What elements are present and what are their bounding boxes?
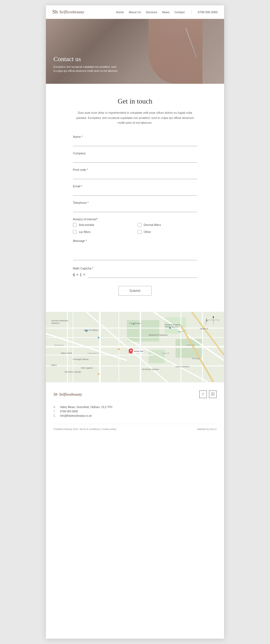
footer-email-row: E. info@flawlessbeauty.co.uk [53, 414, 217, 417]
svg-text:Featherstall Rd: Featherstall Rd [88, 352, 99, 354]
contact-form: Name * Company Post code * Email * Telep… [73, 135, 197, 296]
hero-overlay [46, 19, 224, 84]
svg-text:Primary School: Primary School [165, 326, 178, 328]
checkbox-other[interactable] [138, 230, 141, 234]
svg-text:The King: The King [192, 358, 199, 360]
svg-text:Old Mother Hubbard: Old Mother Hubbard [142, 368, 159, 370]
map-svg: Arkhwright St Featherstall Rd Charles St… [46, 312, 224, 382]
submit-row: Submit [73, 286, 197, 296]
footer-logo-name: Selflessbeauty [59, 392, 82, 397]
instagram-icon[interactable]: ⓒ [209, 391, 217, 398]
footer-copyright: ©Selfless Beauty 2024. Terms & condition… [53, 428, 116, 431]
email-footer-label: E. [53, 414, 57, 417]
nav-contact[interactable]: Contact [174, 11, 185, 14]
checkbox-item-lip-fillers: Lip fillers [73, 230, 132, 234]
svg-point-56 [98, 373, 99, 375]
checkbox-item-other: Other [138, 230, 197, 234]
captcha-group: Math Captcha * 6 + 1 = [73, 267, 197, 278]
map-section: Arkhwright St Featherstall Rd Charles St… [46, 312, 224, 382]
name-label: Name * [73, 135, 197, 138]
svg-text:ProInsight Oldham: ProInsight Oldham [73, 358, 89, 361]
logo-icon: Sb [52, 9, 58, 15]
company-input[interactable] [73, 156, 197, 163]
nav-services[interactable]: Services [146, 11, 157, 14]
svg-text:Venda Vuel: Venda Vuel [134, 350, 143, 352]
hero-content: Contact us Excepteur sint occaecat cupid… [53, 55, 217, 73]
email-input[interactable] [73, 189, 197, 196]
svg-text:Arkhwright St: Arkhwright St [54, 344, 64, 346]
telephone-label: Telephone * [73, 201, 197, 204]
svg-point-48 [130, 350, 132, 351]
svg-text:EMPS: EMPS [51, 364, 57, 366]
svg-text:Sally's Sweet: Sally's Sweet [61, 352, 72, 354]
footer-logo: Sb Selflessbeauty [53, 392, 82, 397]
facebook-icon[interactable]: f [199, 391, 207, 398]
svg-text:E: E [218, 319, 219, 321]
footer: Sb Selflessbeauty f ⓒ A. Valley Mews, Gr… [46, 382, 224, 436]
footer-address-row: A. Valley Mews, Greenfield, Oldham. OL3 … [53, 406, 217, 409]
checkbox-label-dermal-fillers: Dermal fillers [144, 223, 161, 226]
nav-news[interactable]: News [162, 11, 170, 14]
postcode-group: Post code * [73, 168, 197, 179]
hero-title: Contact us [53, 55, 217, 63]
captcha-row: 6 + 1 = [73, 272, 197, 278]
checkbox-group: Anti-wrinkle Dermal fillers Lip fillers … [73, 223, 197, 234]
postcode-input[interactable] [73, 173, 197, 179]
captcha-equation: 6 + 1 = [73, 272, 85, 277]
footer-logo-icon: Sb [53, 392, 58, 397]
phone-value: 0798 000 0000 [60, 410, 78, 413]
telephone-group: Telephone * [73, 201, 197, 212]
section-subtitle: Duis aute irure dolor in reprehenderit i… [73, 110, 197, 125]
svg-text:German Framework: German Framework [51, 320, 68, 322]
footer-bottom: ©Selfless Beauty 2024. Terms & condition… [53, 424, 217, 431]
hero-section: Contact us Excepteur sint occaecat cupid… [46, 19, 224, 84]
address-label: A. [53, 406, 57, 409]
svg-text:Leisure Gardens: Leisure Gardens [176, 366, 190, 368]
checkbox-item-anti-wrinkle: Anti-wrinkle [73, 223, 132, 227]
nav-links: Home About Us Services News Contact 0798… [116, 10, 218, 14]
phone-label: T. [53, 410, 57, 413]
map-canvas: Arkhwright St Featherstall Rd Charles St… [46, 312, 224, 382]
svg-text:Charles St: Charles St [162, 352, 170, 354]
telephone-input[interactable] [73, 206, 197, 212]
hero-subtitle: Excepteur sint occaecat cupidatat non pr… [53, 65, 118, 73]
footer-social: f ⓒ [199, 391, 217, 398]
email-group: Email * [73, 185, 197, 196]
name-group: Name * [73, 135, 197, 146]
navigation: Sb Selflessbeauty Home About Us Services… [46, 5, 224, 19]
section-title: Get in touch [73, 97, 197, 105]
checkbox-dermal-fillers[interactable] [138, 223, 141, 227]
svg-text:Oldham Rd: Oldham Rd [186, 344, 194, 346]
nav-about[interactable]: About Us [129, 11, 141, 14]
footer-phone-row: T. 0798 000 0000 [53, 410, 217, 413]
checkbox-anti-wrinkle[interactable] [73, 223, 77, 227]
svg-text:Westwood Preparatory: Westwood Preparatory [148, 334, 168, 336]
email-footer-value: info@flawlessbeauty.co.uk [60, 414, 92, 417]
nav-phone: 0798 000 0000 [198, 11, 218, 14]
logo[interactable]: Sb Selflessbeauty [52, 9, 84, 15]
svg-text:H&S Logistics: H&S Logistics [81, 367, 93, 369]
nav-home[interactable]: Home [116, 11, 124, 14]
logo-name: Selflessbeauty [59, 10, 84, 14]
svg-text:A627(M): A627(M) [178, 331, 184, 332]
message-textarea[interactable] [73, 244, 197, 260]
svg-text:K & S Motors: K & S Motors [130, 322, 141, 324]
checkbox-label-anti-wrinkle: Anti-wrinkle [79, 223, 94, 226]
name-input[interactable] [73, 140, 197, 146]
submit-button[interactable]: Submit [119, 286, 151, 296]
main-content: Get in touch Duis aute irure dolor in re… [46, 84, 224, 312]
checkbox-lip-fillers[interactable] [73, 230, 77, 234]
footer-credit: Website by MALO [197, 428, 217, 431]
checkbox-label-other: Other [144, 230, 151, 233]
svg-point-54 [169, 327, 171, 329]
page-wrapper: Sb Selflessbeauty Home About Us Services… [46, 5, 224, 639]
svg-text:Salamons: Salamons [51, 322, 60, 324]
footer-address-section: A. Valley Mews, Greenfield, Oldham. OL3 … [53, 406, 217, 417]
captcha-input[interactable] [88, 272, 197, 278]
svg-point-53 [98, 337, 99, 338]
svg-text:N: N [205, 322, 207, 324]
email-label: Email * [73, 185, 197, 188]
captcha-label: Math Captcha * [73, 267, 197, 270]
checkbox-label-lip-fillers: Lip fillers [79, 230, 90, 233]
company-group: Company [73, 152, 197, 163]
